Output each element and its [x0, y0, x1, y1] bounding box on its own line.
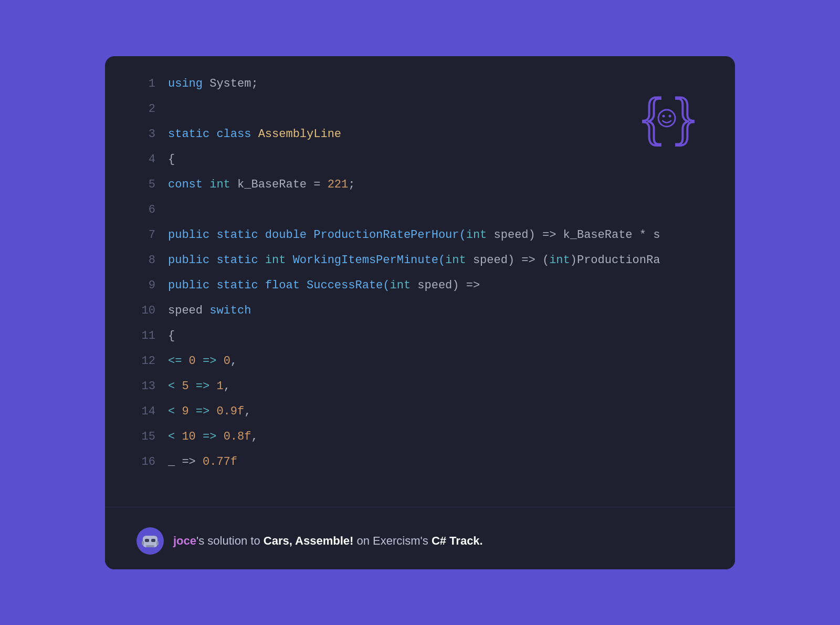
line-content: < 9 => 0.9f,: [168, 405, 251, 418]
line-content: < 10 => 0.8f,: [168, 430, 258, 443]
code-token: int: [445, 254, 466, 267]
username: joce: [173, 534, 196, 547]
code-token: float: [265, 279, 300, 292]
line-number: 10: [136, 304, 168, 317]
code-token: public: [168, 254, 209, 267]
code-line: 9 public static float SuccessRate(int sp…: [105, 279, 735, 304]
line-content: < 5 => 1,: [168, 380, 230, 393]
code-line: 11 {: [105, 329, 735, 355]
line-number: 15: [136, 430, 168, 443]
code-token: [209, 279, 216, 292]
svg-rect-7: [145, 539, 149, 542]
code-token: <: [168, 430, 182, 443]
code-token: const: [168, 178, 203, 191]
code-token: ProductionRatePerHour(: [307, 228, 466, 242]
line-number: 16: [136, 455, 168, 468]
code-token: switch: [203, 304, 251, 317]
code-token: _ =>: [168, 455, 203, 468]
svg-rect-11: [156, 541, 159, 545]
code-token: [258, 254, 265, 267]
code-token: int: [390, 279, 411, 292]
code-token: {: [168, 153, 175, 166]
code-token: [209, 254, 216, 267]
code-token: int: [549, 254, 570, 267]
code-token: <=: [168, 355, 189, 368]
line-content: {: [168, 329, 175, 342]
code-token: )ProductionRa: [570, 254, 660, 267]
code-token: =>: [196, 430, 224, 443]
code-token: static: [168, 128, 209, 141]
possessive: 's: [196, 534, 204, 547]
code-token: 0: [224, 355, 230, 368]
code-line: 10 speed switch: [105, 304, 735, 329]
line-content: const int k_BaseRate = 221;: [168, 178, 355, 191]
svg-rect-8: [151, 539, 155, 542]
code-line: 5 const int k_BaseRate = 221;: [105, 178, 735, 203]
track-name: C# Track.: [432, 534, 483, 547]
code-token: 0.9f: [216, 405, 244, 418]
code-token: ,: [230, 355, 237, 368]
line-number: 3: [136, 128, 168, 141]
code-token: int: [265, 254, 286, 267]
exercise-name: Cars, Assemble!: [264, 534, 354, 547]
code-token: =>: [189, 380, 217, 393]
line-number: 13: [136, 380, 168, 393]
code-line: 8 public static int WorkingItemsPerMinut…: [105, 254, 735, 279]
code-line: 4{: [105, 153, 735, 178]
line-number: 5: [136, 178, 168, 191]
code-token: <: [168, 380, 182, 393]
line-number: 1: [136, 77, 168, 90]
code-token: [209, 128, 216, 141]
exercism-logo: { }: [635, 88, 698, 151]
code-token: 10: [182, 430, 195, 443]
line-content: <= 0 => 0,: [168, 355, 237, 368]
code-token: 0.77f: [203, 455, 237, 468]
code-token: speed) =>: [411, 279, 480, 292]
svg-text:{: {: [638, 88, 666, 150]
code-token: public: [168, 228, 209, 242]
footer: joce's solution to Cars, Assemble! on Ex…: [105, 513, 735, 569]
code-token: static: [216, 228, 258, 242]
line-content: public static double ProductionRatePerHo…: [168, 228, 660, 242]
code-token: speed) => (: [466, 254, 549, 267]
code-card: { } 1using System;23static class Assembl…: [105, 56, 735, 569]
line-number: 9: [136, 279, 168, 292]
line-content: static class AssemblyLine: [168, 128, 341, 141]
code-token: 9: [182, 405, 188, 418]
code-line: 7 public static double ProductionRatePer…: [105, 228, 735, 254]
line-number: 14: [136, 405, 168, 418]
code-token: int: [209, 178, 230, 191]
code-token: 5: [182, 380, 188, 393]
code-token: double: [265, 228, 307, 242]
divider: [105, 507, 735, 507]
code-token: [203, 178, 209, 191]
line-content: public static int WorkingItemsPerMinute(…: [168, 254, 660, 267]
code-token: ,: [251, 430, 258, 443]
code-token: =>: [189, 405, 217, 418]
code-token: ,: [244, 405, 251, 418]
code-line: 14 < 9 => 0.9f,: [105, 405, 735, 430]
line-content: _ => 0.77f: [168, 455, 237, 468]
code-token: [258, 279, 265, 292]
code-line: 12 <= 0 => 0,: [105, 355, 735, 380]
code-token: 0: [189, 355, 196, 368]
code-token: [209, 228, 216, 242]
avatar: [136, 527, 164, 555]
code-token: k_BaseRate =: [230, 178, 328, 191]
code-line: 6: [105, 203, 735, 228]
code-token: 0.8f: [224, 430, 251, 443]
code-token: static: [216, 279, 258, 292]
code-line: 15 < 10 => 0.8f,: [105, 430, 735, 455]
svg-rect-9: [146, 545, 154, 547]
code-token: 221: [328, 178, 349, 191]
code-token: SuccessRate(: [300, 279, 390, 292]
code-token: =>: [196, 355, 224, 368]
code-line: 13 < 5 => 1,: [105, 380, 735, 405]
code-token: public: [168, 279, 209, 292]
code-token: System;: [203, 77, 258, 90]
line-number: 8: [136, 254, 168, 267]
code-token: [258, 228, 265, 242]
line-number: 4: [136, 153, 168, 166]
code-token: ;: [348, 178, 355, 191]
code-token: WorkingItemsPerMinute(: [286, 254, 445, 267]
